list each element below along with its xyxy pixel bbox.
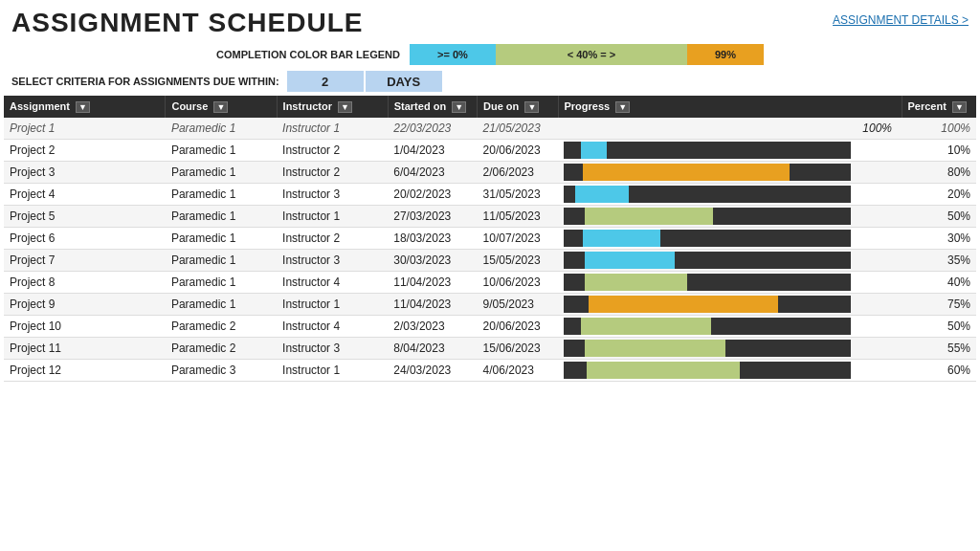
cell-started: 20/02/2023 [388, 184, 477, 206]
progress-filter-icon[interactable]: ▼ [615, 101, 630, 113]
dueon-filter-icon[interactable]: ▼ [524, 101, 539, 113]
cell-started: 6/04/2023 [388, 162, 477, 184]
cell-started: 11/04/2023 [388, 294, 477, 316]
cell-course: Paramedic 2 [166, 316, 277, 338]
cell-started: 2/03/2023 [388, 316, 477, 338]
table-row: Project 6 Paramedic 1 Instructor 2 18/03… [4, 228, 976, 250]
table-header: Assignment ▼ Course ▼ Instructor ▼ Start… [4, 96, 976, 118]
cell-progress [558, 338, 902, 360]
criteria-row: SELECT CRITERIA FOR ASSIGNMENTS DUE WITH… [0, 69, 980, 96]
cell-dueon: 20/06/2023 [478, 316, 558, 338]
cell-dueon: 4/06/2023 [478, 360, 558, 382]
assignment-details-link[interactable]: ASSIGNMENT DETAILS > [833, 13, 969, 27]
cell-assignment: Project 10 [4, 316, 166, 338]
cell-assignment: Project 2 [4, 140, 166, 162]
cell-assignment: Project 1 [4, 118, 166, 140]
cell-instructor: Instructor 4 [277, 272, 388, 294]
cell-progress [558, 250, 902, 272]
cell-course: Paramedic 1 [166, 140, 277, 162]
cell-started: 11/04/2023 [388, 272, 477, 294]
legend-yellow: 99% [687, 44, 764, 65]
cell-dueon: 21/05/2023 [478, 118, 558, 140]
cell-assignment: Project 11 [4, 338, 166, 360]
cell-percent: 60% [902, 360, 976, 382]
legend-cyan: >= 0% [410, 44, 496, 65]
cell-percent: 80% [902, 162, 976, 184]
cell-dueon: 15/05/2023 [478, 250, 558, 272]
started-filter-icon[interactable]: ▼ [452, 101, 466, 113]
cell-assignment: Project 8 [4, 272, 166, 294]
cell-course: Paramedic 1 [166, 228, 277, 250]
cell-assignment: Project 4 [4, 184, 166, 206]
cell-progress [558, 184, 902, 206]
cell-instructor: Instructor 1 [277, 206, 388, 228]
course-filter-icon[interactable]: ▼ [213, 101, 228, 113]
cell-course: Paramedic 1 [166, 206, 277, 228]
cell-instructor: Instructor 1 [277, 118, 388, 140]
cell-progress [558, 294, 902, 316]
cell-progress [558, 162, 902, 184]
cell-course: Paramedic 3 [166, 360, 277, 382]
percent-filter-icon[interactable]: ▼ [952, 101, 967, 113]
schedule-table: Assignment ▼ Course ▼ Instructor ▼ Start… [4, 96, 976, 382]
th-course: Course ▼ [166, 96, 277, 118]
cell-course: Paramedic 1 [166, 250, 277, 272]
top-bar: ASSIGNMENT SCHEDULE ASSIGNMENT DETAILS > [0, 0, 980, 42]
table-row: Project 1 Paramedic 1 Instructor 1 22/03… [4, 118, 976, 140]
cell-assignment: Project 7 [4, 250, 166, 272]
cell-progress [558, 228, 902, 250]
cell-percent: 50% [902, 316, 976, 338]
page-title: ASSIGNMENT SCHEDULE [11, 8, 363, 38]
table-row: Project 8 Paramedic 1 Instructor 4 11/04… [4, 272, 976, 294]
cell-dueon: 10/07/2023 [478, 228, 558, 250]
cell-dueon: 11/05/2023 [478, 206, 558, 228]
cell-started: 22/03/2023 [388, 118, 477, 140]
cell-progress [558, 272, 902, 294]
cell-percent: 75% [902, 294, 976, 316]
cell-instructor: Instructor 4 [277, 316, 388, 338]
assignment-filter-icon[interactable]: ▼ [76, 101, 90, 113]
cell-dueon: 31/05/2023 [478, 184, 558, 206]
cell-instructor: Instructor 3 [277, 250, 388, 272]
cell-instructor: Instructor 1 [277, 294, 388, 316]
instructor-filter-icon[interactable]: ▼ [338, 101, 352, 113]
cell-assignment: Project 6 [4, 228, 166, 250]
cell-course: Paramedic 1 [166, 294, 277, 316]
cell-percent: 50% [902, 206, 976, 228]
cell-course: Paramedic 2 [166, 338, 277, 360]
cell-percent: 40% [902, 272, 976, 294]
cell-course: Paramedic 1 [166, 272, 277, 294]
legend-green: < 40% = > [496, 44, 687, 65]
cell-percent: 30% [902, 228, 976, 250]
cell-course: Paramedic 1 [166, 118, 277, 140]
criteria-value-input[interactable] [287, 71, 364, 92]
cell-assignment: Project 3 [4, 162, 166, 184]
criteria-days-input[interactable] [366, 71, 442, 92]
cell-progress [558, 140, 902, 162]
table-row: Project 5 Paramedic 1 Instructor 1 27/03… [4, 206, 976, 228]
cell-progress: 100% [558, 118, 902, 140]
table-row: Project 9 Paramedic 1 Instructor 1 11/04… [4, 294, 976, 316]
cell-progress [558, 206, 902, 228]
cell-dueon: 10/06/2023 [478, 272, 558, 294]
cell-percent: 55% [902, 338, 976, 360]
table-row: Project 2 Paramedic 1 Instructor 2 1/04/… [4, 140, 976, 162]
cell-progress [558, 316, 902, 338]
cell-started: 18/03/2023 [388, 228, 477, 250]
cell-dueon: 9/05/2023 [478, 294, 558, 316]
cell-started: 8/04/2023 [388, 338, 477, 360]
cell-instructor: Instructor 2 [277, 228, 388, 250]
cell-percent: 35% [902, 250, 976, 272]
th-instructor: Instructor ▼ [277, 96, 388, 118]
cell-instructor: Instructor 2 [277, 162, 388, 184]
table-body: Project 1 Paramedic 1 Instructor 1 22/03… [4, 118, 976, 382]
cell-dueon: 15/06/2023 [478, 338, 558, 360]
cell-percent: 100% [902, 118, 976, 140]
th-started: Started on ▼ [388, 96, 477, 118]
th-assignment: Assignment ▼ [4, 96, 166, 118]
cell-instructor: Instructor 3 [277, 338, 388, 360]
th-percent: Percent ▼ [902, 96, 976, 118]
legend-label: COMPLETION COLOR BAR LEGEND [216, 49, 400, 60]
legend-row: COMPLETION COLOR BAR LEGEND >= 0% < 40% … [0, 44, 980, 65]
cell-started: 1/04/2023 [388, 140, 477, 162]
